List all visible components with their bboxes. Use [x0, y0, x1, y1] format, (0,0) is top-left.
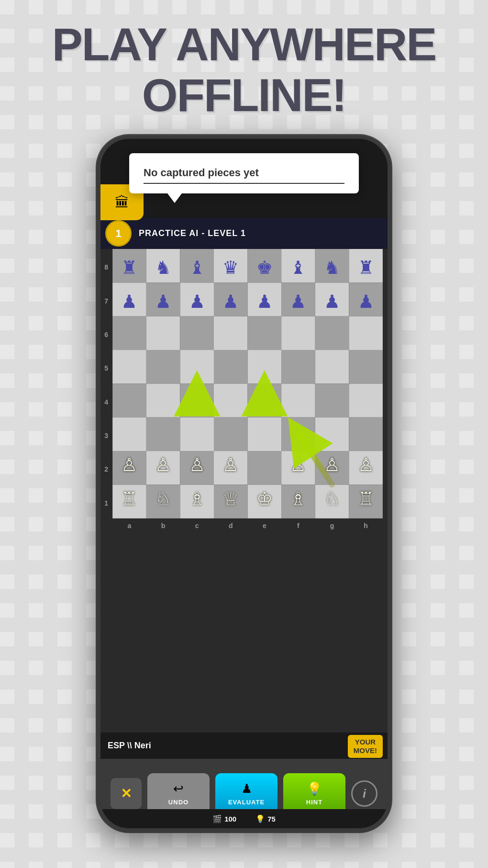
svg-text:♞: ♞	[155, 257, 171, 278]
svg-rect-20	[180, 316, 214, 350]
svg-rect-29	[180, 350, 214, 383]
chess-board-svg: .lbl { font-size:14px; fill:#999; font-w…	[100, 249, 388, 735]
trophy-icon: 🏛	[115, 194, 129, 211]
svg-text:♚: ♚	[256, 257, 273, 278]
svg-text:♙: ♙	[222, 454, 239, 475]
svg-rect-23	[281, 316, 315, 350]
svg-text:♘: ♘	[324, 488, 340, 509]
svg-rect-41	[281, 383, 315, 417]
svg-text:♙: ♙	[121, 454, 137, 475]
close-button[interactable]: ✕	[111, 778, 142, 809]
svg-text:♟: ♟	[155, 291, 171, 312]
svg-rect-30	[214, 350, 248, 383]
coins-value: 100	[224, 815, 236, 823]
tooltip-underline	[144, 183, 344, 184]
svg-text:♝: ♝	[290, 257, 306, 278]
info-button[interactable]: i	[351, 780, 377, 807]
svg-text:♟: ♟	[256, 291, 273, 312]
svg-text:f: f	[297, 522, 299, 530]
svg-rect-39	[214, 383, 248, 417]
chess-board-container: .lbl { font-size:14px; fill:#999; font-w…	[100, 249, 388, 735]
svg-text:8: 8	[104, 263, 108, 271]
svg-text:♟: ♟	[324, 291, 340, 312]
svg-text:♟: ♟	[222, 291, 239, 312]
svg-text:4: 4	[104, 398, 108, 406]
phone-inner-bezel: No captured pieces yet 🏛 1 PRACTICE AI -…	[100, 139, 388, 828]
svg-rect-18	[112, 316, 146, 350]
hint-button[interactable]: 💡 HINT	[283, 773, 345, 814]
film-icon: 🎬	[212, 814, 222, 823]
headline-container: PLAY ANYWHERE OFFLINE!	[0, 19, 488, 120]
svg-rect-34	[349, 350, 383, 383]
svg-text:♞: ♞	[324, 257, 340, 278]
svg-rect-28	[146, 350, 180, 383]
undo-button[interactable]: ↩ UNDO	[147, 773, 210, 814]
svg-text:♙: ♙	[290, 454, 306, 475]
svg-text:h: h	[364, 522, 368, 530]
svg-text:c: c	[195, 522, 199, 530]
svg-text:♖: ♖	[358, 488, 374, 509]
svg-rect-46	[146, 417, 180, 451]
svg-rect-22	[248, 316, 282, 350]
hint-label: HINT	[306, 799, 322, 806]
svg-rect-52	[349, 417, 383, 451]
info-icon: i	[363, 787, 366, 800]
your-move-badge: YOURMOVE!	[348, 735, 383, 758]
svg-text:♗: ♗	[290, 488, 306, 509]
svg-text:5: 5	[104, 364, 108, 372]
player-name: ESP \\ Neri	[108, 741, 151, 751]
close-icon: ✕	[121, 786, 132, 801]
svg-text:♗: ♗	[189, 488, 205, 509]
svg-text:♙: ♙	[155, 454, 171, 475]
svg-rect-36	[112, 383, 146, 417]
evaluate-icon: ♟	[241, 781, 252, 796]
bulb-icon: 💡	[255, 814, 265, 823]
undo-icon: ↩	[173, 781, 184, 796]
svg-text:♙: ♙	[358, 454, 374, 475]
svg-text:♘: ♘	[155, 488, 171, 509]
svg-rect-27	[112, 350, 146, 383]
player-info-bar: ESP \\ Neri YOURMOVE!	[100, 733, 388, 759]
your-move-text: YOURMOVE!	[354, 738, 377, 755]
evaluate-button[interactable]: ♟ EVALUATE	[215, 773, 277, 814]
svg-rect-43	[349, 383, 383, 417]
svg-text:2: 2	[104, 465, 108, 473]
game-mode-label: PRACTICE AI - LEVEL 1	[139, 228, 246, 238]
svg-text:b: b	[161, 522, 166, 530]
svg-text:a: a	[128, 522, 132, 530]
svg-text:6: 6	[104, 331, 108, 338]
hints-status: 💡 75	[255, 814, 276, 823]
svg-rect-48	[214, 417, 248, 451]
svg-rect-25	[349, 316, 383, 350]
svg-text:♟: ♟	[121, 291, 137, 312]
coins-status: 🎬 100	[212, 814, 236, 823]
svg-text:1: 1	[104, 499, 108, 507]
svg-rect-42	[315, 383, 349, 417]
svg-rect-21	[214, 316, 248, 350]
undo-label: UNDO	[168, 799, 189, 806]
phone-device: No captured pieces yet 🏛 1 PRACTICE AI -…	[96, 134, 392, 833]
svg-text:♔: ♔	[256, 488, 273, 509]
svg-text:♟: ♟	[358, 291, 374, 312]
status-bar: 🎬 100 💡 75	[100, 809, 388, 828]
svg-text:♕: ♕	[222, 488, 239, 509]
svg-rect-37	[146, 383, 180, 417]
tooltip-arrow	[167, 193, 182, 203]
svg-text:♟: ♟	[290, 291, 306, 312]
svg-text:♖: ♖	[121, 488, 137, 509]
hint-icon: 💡	[307, 781, 322, 796]
svg-text:3: 3	[104, 432, 108, 440]
captured-pieces-tooltip: No captured pieces yet	[129, 153, 359, 193]
svg-text:♟: ♟	[189, 291, 205, 312]
headline-line1: PLAY ANYWHERE	[0, 19, 488, 70]
svg-text:♛: ♛	[222, 257, 239, 278]
level-badge: 1	[105, 220, 132, 247]
svg-rect-19	[146, 316, 180, 350]
svg-rect-31	[248, 350, 282, 383]
svg-rect-45	[112, 417, 146, 451]
hints-value: 75	[267, 815, 276, 823]
svg-text:♜: ♜	[358, 257, 374, 278]
svg-text:e: e	[263, 522, 266, 530]
evaluate-label: EVALUATE	[228, 799, 265, 806]
phone-screen: No captured pieces yet 🏛 1 PRACTICE AI -…	[100, 139, 388, 828]
